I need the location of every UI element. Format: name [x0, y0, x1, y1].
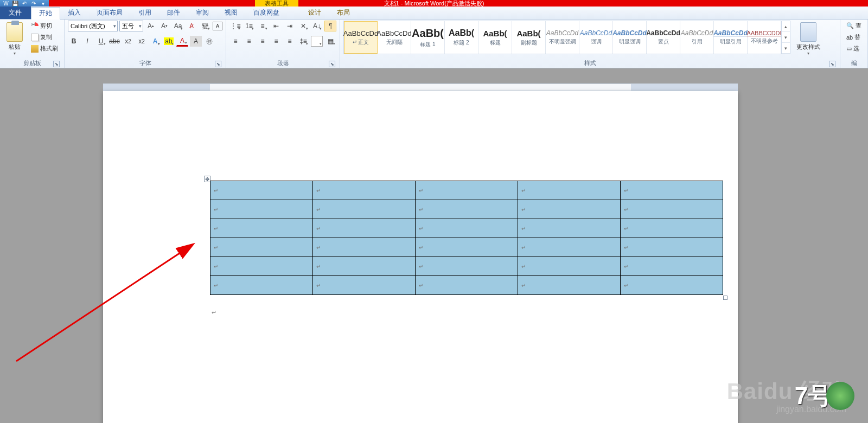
format-painter-button[interactable]: 格式刷 [28, 43, 61, 54]
tab-baidu[interactable]: 百度网盘 [246, 7, 288, 19]
tab-file[interactable]: 文件 [0, 7, 31, 19]
table-cell[interactable]: ↵ [621, 219, 723, 238]
table-cell[interactable]: ↵ [313, 181, 416, 200]
style-item-2[interactable]: AaBb(标题 1 [411, 21, 445, 54]
style-item-3[interactable]: AaBb(标题 2 [445, 21, 478, 54]
shrink-font-button[interactable]: A▾ [158, 21, 170, 31]
style-item-9[interactable]: AaBbCcDd要点 [647, 21, 680, 54]
font-name-combo[interactable]: Calibri (西文) [68, 21, 118, 31]
table-cell[interactable]: ↵ [210, 219, 313, 238]
char-border-button[interactable]: A [213, 22, 222, 30]
paste-button[interactable]: 粘贴 ▾ [3, 21, 26, 57]
style-item-1[interactable]: AaBbCcDd无间隔 [378, 21, 411, 54]
italic-button[interactable]: I [81, 36, 93, 47]
table-cell[interactable]: ↵ [518, 219, 621, 238]
table-cell[interactable]: ↵ [210, 257, 313, 276]
tab-home[interactable]: 开始 [31, 7, 60, 20]
table-cell[interactable]: ↵ [313, 257, 416, 276]
font-dialog-launcher[interactable]: ⬊ [215, 61, 221, 67]
table-cell[interactable]: ↵ [518, 257, 621, 276]
numbering-button[interactable]: 1≡ [243, 21, 255, 31]
table-cell[interactable]: ↵ [518, 181, 621, 200]
tab-table-layout[interactable]: 布局 [329, 7, 358, 19]
distribute-button[interactable]: ≡ [284, 36, 296, 47]
table-cell[interactable]: ↵ [416, 200, 518, 219]
undo-icon[interactable]: ↶ [21, 0, 28, 7]
horizontal-ruler[interactable] [103, 84, 738, 91]
styles-dialog-launcher[interactable]: ⬊ [829, 61, 835, 67]
strike-button[interactable]: abc [108, 36, 120, 47]
tab-references[interactable]: 引用 [131, 7, 159, 19]
cut-button[interactable]: 剪切 [28, 21, 61, 31]
table-cell[interactable]: ↵ [518, 276, 621, 295]
table-cell[interactable]: ↵ [416, 181, 518, 200]
sort-button[interactable]: A↓ [311, 21, 323, 31]
table-cell[interactable]: ↵ [621, 200, 723, 219]
font-color-button[interactable]: A [176, 36, 188, 47]
table-cell[interactable]: ↵ [518, 238, 621, 257]
table-cell[interactable]: ↵ [416, 257, 518, 276]
font-size-combo[interactable]: 五号 [119, 21, 143, 31]
save-icon[interactable]: 💾 [11, 0, 19, 7]
tab-review[interactable]: 审阅 [188, 7, 217, 19]
table-cell[interactable]: ↵ [210, 181, 313, 200]
style-item-0[interactable]: AaBbCcDd↵正文 [344, 21, 378, 54]
style-item-11[interactable]: AaBbCcDd明显引用 [714, 21, 748, 54]
style-item-5[interactable]: AaBb(副标题 [512, 21, 546, 54]
decrease-indent-button[interactable]: ⇤ [270, 21, 282, 31]
style-item-6[interactable]: AaBbCcDd不明显强调 [546, 21, 579, 54]
gallery-scroll[interactable]: ▾ [782, 32, 790, 43]
justify-button[interactable]: ≡ [270, 36, 282, 47]
styles-gallery[interactable]: AaBbCcDd↵正文AaBbCcDd无间隔AaBb(标题 1AaBb(标题 2… [343, 21, 790, 54]
table-cell[interactable]: ↵ [621, 276, 723, 295]
paragraph-dialog-launcher[interactable]: ⬊ [329, 61, 335, 67]
change-case-button[interactable]: Aa [172, 21, 184, 31]
gallery-scroll[interactable]: ▴ [782, 21, 790, 32]
replace-button[interactable]: ab替 [844, 32, 864, 42]
find-button[interactable]: 🔍查 [844, 21, 864, 31]
style-item-8[interactable]: AaBbCcDd明显强调 [613, 21, 647, 54]
qat-more-icon[interactable]: ▾ [39, 0, 47, 7]
table-cell[interactable]: ↵ [313, 276, 416, 295]
text-effects-button[interactable]: A [149, 36, 161, 47]
table-cell[interactable]: ↵ [210, 200, 313, 219]
tab-insert[interactable]: 插入 [60, 7, 89, 19]
tab-view[interactable]: 视图 [217, 7, 246, 19]
document-page[interactable]: ✥ ↵↵↵↵↵↵↵↵↵↵↵↵↵↵↵↵↵↵↵↵↵↵↵↵↵↵↵↵↵↵ ↵ [103, 91, 738, 423]
line-spacing-button[interactable]: ‡≡ [297, 36, 309, 47]
redo-icon[interactable]: ↷ [30, 0, 37, 7]
show-marks-button[interactable]: ¶ [324, 21, 336, 31]
gallery-scroll[interactable]: ▾ [782, 43, 790, 54]
table-cell[interactable]: ↵ [313, 219, 416, 238]
shading-button[interactable] [311, 36, 323, 47]
style-item-7[interactable]: AaBbCcDd强调 [579, 21, 613, 54]
style-item-4[interactable]: AaBb(标题 [478, 21, 512, 54]
underline-button[interactable]: U [95, 36, 107, 47]
select-button[interactable]: ▭选 [844, 43, 864, 54]
table-cell[interactable]: ↵ [210, 238, 313, 257]
clipboard-dialog-launcher[interactable]: ⬊ [53, 61, 60, 67]
table-cell[interactable]: ↵ [210, 276, 313, 295]
tab-pagelayout[interactable]: 页面布局 [89, 7, 131, 19]
enclose-char-button[interactable]: ㊕ [203, 36, 215, 47]
table-cell[interactable]: ↵ [621, 257, 723, 276]
table-cell[interactable]: ↵ [621, 238, 723, 257]
tab-table-design[interactable]: 设计 [301, 7, 329, 19]
style-item-12[interactable]: AABBCCDDI不明显参考 [748, 21, 781, 54]
table-resize-handle[interactable] [723, 296, 727, 300]
borders-button[interactable]: ▦ [324, 36, 336, 47]
align-left-button[interactable]: ≡ [229, 36, 241, 47]
align-right-button[interactable]: ≡ [257, 36, 269, 47]
table-cell[interactable]: ↵ [313, 238, 416, 257]
table-cell[interactable]: ↵ [313, 200, 416, 219]
table-cell[interactable]: ↵ [416, 238, 518, 257]
multilevel-button[interactable]: ≡ [257, 21, 269, 31]
change-styles-button[interactable]: 更改样式 ▾ [795, 21, 822, 57]
bold-button[interactable]: B [68, 36, 80, 47]
table-cell[interactable]: ↵ [518, 200, 621, 219]
asian-layout-button[interactable]: ✕ [297, 21, 309, 31]
document-table[interactable]: ↵↵↵↵↵↵↵↵↵↵↵↵↵↵↵↵↵↵↵↵↵↵↵↵↵↵↵↵↵↵ [210, 181, 723, 295]
grow-font-button[interactable]: A▴ [145, 21, 157, 31]
table-cell[interactable]: ↵ [621, 181, 723, 200]
table-cell[interactable]: ↵ [416, 276, 518, 295]
